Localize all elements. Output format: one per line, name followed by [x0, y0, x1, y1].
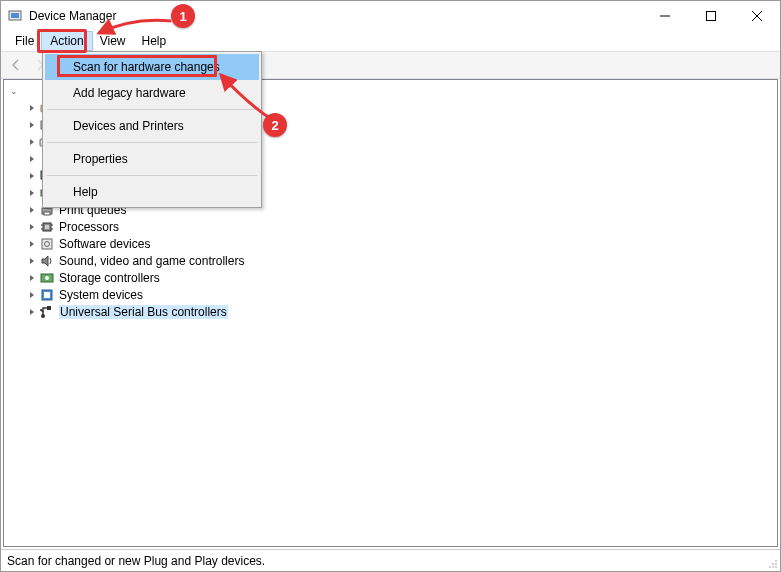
- dropdown-item[interactable]: Add legacy hardware: [45, 80, 259, 106]
- statusbar-text: Scan for changed or new Plug and Play de…: [7, 554, 265, 568]
- svg-point-38: [45, 276, 49, 280]
- tree-item-label: Software devices: [59, 237, 150, 251]
- dropdown-item[interactable]: Devices and Printers: [45, 113, 259, 139]
- dropdown-item[interactable]: Scan for hardware changes: [45, 54, 259, 80]
- tree-item-label: Storage controllers: [59, 271, 160, 285]
- action-dropdown: Scan for hardware changesAdd legacy hard…: [42, 51, 262, 208]
- svg-point-44: [775, 566, 777, 568]
- tree-item-label: Sound, video and game controllers: [59, 254, 244, 268]
- chevron-right-icon[interactable]: [26, 272, 38, 284]
- tree-item[interactable]: Processors: [4, 218, 777, 235]
- chevron-right-icon[interactable]: [26, 170, 38, 182]
- svg-rect-40: [44, 292, 50, 298]
- chevron-right-icon[interactable]: [26, 289, 38, 301]
- tree-item[interactable]: Universal Serial Bus controllers: [4, 303, 777, 320]
- resize-grip-icon[interactable]: [766, 557, 778, 569]
- window-controls: [642, 1, 780, 31]
- dropdown-separator: [47, 142, 257, 143]
- chevron-right-icon[interactable]: [26, 255, 38, 267]
- svg-point-45: [772, 566, 774, 568]
- software-icon: [39, 236, 55, 252]
- svg-point-48: [772, 563, 774, 565]
- back-button[interactable]: [5, 54, 27, 76]
- tree-item[interactable]: Software devices: [4, 235, 777, 252]
- expander-icon[interactable]: ⌄: [8, 85, 20, 97]
- usb-icon: [39, 304, 55, 320]
- tree-item-label: Universal Serial Bus controllers: [59, 305, 228, 319]
- chevron-right-icon[interactable]: [26, 102, 38, 114]
- menu-help[interactable]: Help: [134, 32, 175, 50]
- svg-rect-42: [47, 306, 51, 310]
- menu-action[interactable]: Action: [42, 32, 91, 50]
- tree-item[interactable]: System devices: [4, 286, 777, 303]
- statusbar: Scan for changed or new Plug and Play de…: [1, 549, 780, 571]
- tree-item-label: Processors: [59, 220, 119, 234]
- svg-rect-3: [707, 12, 716, 21]
- chevron-right-icon[interactable]: [26, 187, 38, 199]
- menu-view[interactable]: View: [92, 32, 134, 50]
- chevron-right-icon[interactable]: [26, 153, 38, 165]
- chevron-right-icon[interactable]: [26, 238, 38, 250]
- chevron-right-icon[interactable]: [26, 204, 38, 216]
- svg-point-46: [769, 566, 771, 568]
- svg-point-49: [775, 560, 777, 562]
- system-icon: [39, 287, 55, 303]
- chevron-right-icon[interactable]: [26, 221, 38, 233]
- chevron-right-icon[interactable]: [26, 306, 38, 318]
- titlebar: Device Manager: [1, 1, 780, 31]
- storage-icon: [39, 270, 55, 286]
- menubar: File Action View Help: [1, 31, 780, 51]
- dropdown-separator: [47, 175, 257, 176]
- svg-point-47: [775, 563, 777, 565]
- maximize-button[interactable]: [688, 1, 734, 31]
- sound-icon: [39, 253, 55, 269]
- tree-item[interactable]: Storage controllers: [4, 269, 777, 286]
- svg-rect-30: [45, 225, 49, 229]
- annotation-callout-1: 1: [171, 4, 195, 28]
- annotation-callout-2: 2: [263, 113, 287, 137]
- svg-rect-28: [44, 212, 50, 215]
- dropdown-item[interactable]: Properties: [45, 146, 259, 172]
- dropdown-separator: [47, 109, 257, 110]
- svg-rect-35: [42, 239, 52, 249]
- menu-file[interactable]: File: [7, 32, 42, 50]
- app-icon: [7, 8, 23, 24]
- chevron-right-icon[interactable]: [26, 119, 38, 131]
- chevron-right-icon[interactable]: [26, 136, 38, 148]
- dropdown-item[interactable]: Help: [45, 179, 259, 205]
- cpu-icon: [39, 219, 55, 235]
- close-button[interactable]: [734, 1, 780, 31]
- tree-item[interactable]: Sound, video and game controllers: [4, 252, 777, 269]
- window-title: Device Manager: [29, 9, 642, 23]
- svg-point-43: [40, 309, 42, 311]
- tree-item-label: System devices: [59, 288, 143, 302]
- svg-rect-1: [11, 13, 19, 18]
- minimize-button[interactable]: [642, 1, 688, 31]
